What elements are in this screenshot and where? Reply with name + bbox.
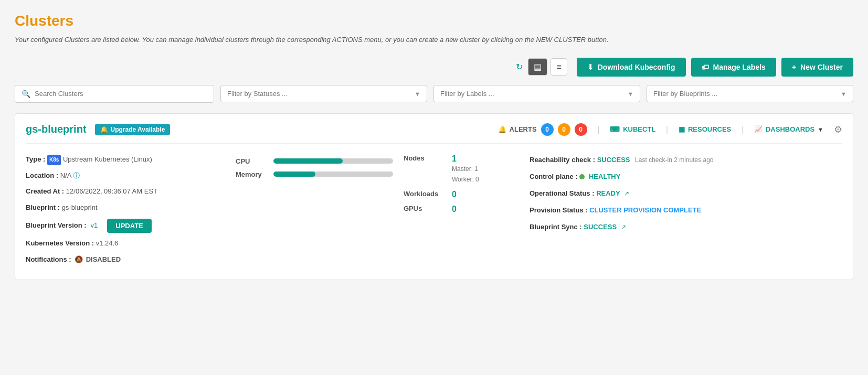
notifications-icon: 🔕 xyxy=(75,254,83,265)
search-input[interactable] xyxy=(35,90,207,98)
location-row: Location : N/A ⓘ xyxy=(26,170,225,181)
blueprint-version-row: Blueprint Version : v1 UPDATE xyxy=(26,219,225,233)
page-title: Clusters xyxy=(15,13,853,29)
manage-labels-button[interactable]: 🏷 Manage Labels xyxy=(691,58,776,77)
cluster-name: gs-blueprint xyxy=(26,123,87,135)
upgrade-badge[interactable]: 🔔 Upgrade Available xyxy=(95,124,171,135)
tag-icon: 🏷 xyxy=(702,63,709,71)
download-icon: ⬇ xyxy=(587,63,594,71)
type-row: Type : K8s Upstream Kubernetes (Linux) xyxy=(26,154,225,165)
alerts-section: 🔔 ALERTS 0 0 0 xyxy=(498,123,587,136)
type-icon: K8s xyxy=(47,155,61,165)
chevron-down-icon: ▼ xyxy=(415,91,420,97)
filter-blueprints[interactable]: Filter by Blueprints ... ▼ xyxy=(647,85,853,102)
cluster-header: gs-blueprint 🔔 Upgrade Available 🔔 ALERT… xyxy=(26,123,842,144)
info-icon[interactable]: ⓘ xyxy=(73,172,80,179)
view-toggle: ▤ ≡ xyxy=(528,58,567,76)
alert-badge-blue: 0 xyxy=(541,123,554,136)
filters-row: 🔍 Filter by Statuses ... ▼ Filter by Lab… xyxy=(15,85,853,103)
nodes-value: 1 xyxy=(452,154,479,164)
plus-icon: + xyxy=(792,63,796,71)
download-kubeconfig-button[interactable]: ⬇ Download Kubeconfig xyxy=(577,58,686,77)
kubectl-link[interactable]: ⌨ KUBECTL xyxy=(610,125,655,133)
info-section: Type : K8s Upstream Kubernetes (Linux) L… xyxy=(26,154,225,271)
status-section: Reachability check : SUCCESS Last check-… xyxy=(530,154,842,271)
cluster-body: Type : K8s Upstream Kubernetes (Linux) L… xyxy=(26,154,842,271)
search-box[interactable]: 🔍 xyxy=(15,85,214,103)
workloads-row: Workloads 0 xyxy=(404,190,519,199)
k8s-icon: K8s xyxy=(47,155,61,165)
blueprint-row: Blueprint : gs-blueprint xyxy=(26,202,225,213)
search-icon: 🔍 xyxy=(22,90,30,98)
resources-link[interactable]: ▦ RESOURCES xyxy=(679,125,731,133)
alert-bell-icon: 🔔 xyxy=(498,125,506,133)
chart-icon: 📈 xyxy=(754,125,763,133)
cpu-progress-bar xyxy=(273,158,343,164)
memory-progress-container xyxy=(273,172,393,177)
control-plane-row: Control plane : HEALTHY xyxy=(530,171,842,183)
chevron-down-icon: ▼ xyxy=(628,91,633,97)
memory-row: Memory xyxy=(236,170,393,178)
cpu-progress-container xyxy=(273,158,393,164)
notifications-row: Notifications : 🔕 DISABLED xyxy=(26,254,225,265)
gpus-row: GPUs 0 xyxy=(404,205,519,214)
blueprint-sync-ext-link[interactable]: ↗ xyxy=(621,223,626,231)
cluster-card: gs-blueprint 🔔 Upgrade Available 🔔 ALERT… xyxy=(15,113,853,281)
workloads-value: 0 xyxy=(452,190,457,199)
reachability-value: SUCCESS xyxy=(597,156,630,164)
terminal-icon: ⌨ xyxy=(610,125,620,133)
nodes-sub: Master: 1 Worker: 0 xyxy=(452,164,479,185)
toolbar: ↻ ▤ ≡ ⬇ Download Kubeconfig 🏷 Manage Lab… xyxy=(15,58,853,77)
dashboards-link[interactable]: 📈 DASHBOARDS ▼ xyxy=(754,125,823,133)
created-row: Created At : 12/06/2022, 09:36:07 AM EST xyxy=(26,186,225,197)
reachability-row: Reachability check : SUCCESS Last check-… xyxy=(530,154,842,166)
alert-badge-red: 0 xyxy=(575,123,587,136)
update-button[interactable]: UPDATE xyxy=(107,219,151,233)
gear-icon[interactable]: ⚙ xyxy=(834,124,842,135)
page-description: Your configured Clusters are listed belo… xyxy=(15,35,853,45)
refresh-icon[interactable]: ↻ xyxy=(516,62,523,72)
gpus-value: 0 xyxy=(452,205,457,214)
provision-row: Provision Status : CLUSTER PROVISION COM… xyxy=(530,205,842,216)
cpu-row: CPU xyxy=(236,157,393,165)
blueprint-sync-value: SUCCESS xyxy=(584,223,617,231)
reachability-timestamp: Last check-in 2 minutes ago xyxy=(635,156,713,164)
status-dot-green xyxy=(579,174,585,179)
list-view-button[interactable]: ≡ xyxy=(551,58,567,76)
nodes-section: Nodes 1 Master: 1 Worker: 0 Workloads 0 … xyxy=(404,154,519,271)
new-cluster-button[interactable]: + New Cluster xyxy=(781,58,853,77)
k8s-version-row: Kubernetes Version : v1.24.6 xyxy=(26,238,225,249)
memory-progress-bar xyxy=(273,172,315,177)
operational-ext-link[interactable]: ↗ xyxy=(624,190,629,197)
resources-section: CPU Memory xyxy=(236,154,393,271)
operational-row: Operational Status : READY ↗ xyxy=(530,188,842,199)
alert-badge-orange: 0 xyxy=(558,123,570,136)
chevron-down-icon: ▼ xyxy=(841,91,846,97)
alerts-label: 🔔 ALERTS xyxy=(498,125,537,133)
filter-labels[interactable]: Filter by Labels ... ▼ xyxy=(433,85,640,102)
nodes-row: Nodes 1 Master: 1 Worker: 0 xyxy=(404,154,519,185)
blueprint-sync-row: Blueprint Sync : SUCCESS ↗ xyxy=(530,221,842,233)
grid-view-button[interactable]: ▤ xyxy=(528,58,547,76)
provision-value: CLUSTER PROVISION COMPLETE xyxy=(589,206,701,214)
grid-icon: ▦ xyxy=(679,125,685,133)
cluster-header-actions: 🔔 ALERTS 0 0 0 | ⌨ KUBECTL | ▦ RESOURCES xyxy=(498,123,842,136)
bell-icon: 🔔 xyxy=(100,126,108,133)
operational-value: READY xyxy=(596,189,620,197)
chevron-down-icon: ▼ xyxy=(818,126,823,133)
control-plane-value: HEALTHY xyxy=(589,173,620,180)
filter-statuses[interactable]: Filter by Statuses ... ▼ xyxy=(220,85,427,102)
